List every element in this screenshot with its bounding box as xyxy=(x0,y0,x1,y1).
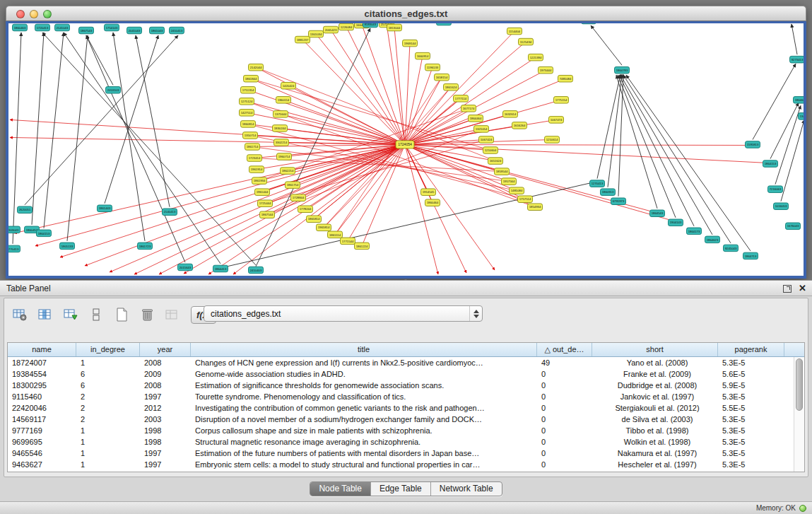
table-row[interactable]: 946362711997Embryonic stem cells: a mode… xyxy=(8,459,794,470)
graph-edge[interactable] xyxy=(597,74,620,178)
graph-node-label: 1016053 xyxy=(775,204,787,208)
graph-node-label: 1860114 xyxy=(278,98,290,102)
show-columns-button[interactable] xyxy=(35,305,54,325)
table-header: namein_degreeyeartitle△ out_de…shortpage… xyxy=(8,343,804,357)
graph-edge[interactable] xyxy=(256,67,495,160)
cell-short: de Silva et al. (2003) xyxy=(592,414,718,425)
column-header-name[interactable]: name xyxy=(8,343,76,356)
graph-edge[interactable] xyxy=(405,57,536,144)
column-header-title[interactable]: title xyxy=(191,343,537,356)
table-toolbar: f(x) xyxy=(10,303,216,326)
graph-edge[interactable] xyxy=(67,35,88,241)
graph-edge[interactable] xyxy=(620,75,712,235)
import-table-button[interactable] xyxy=(163,305,182,325)
column-header-out_degree[interactable]: △ out_de… xyxy=(537,343,592,356)
edit-table-button[interactable] xyxy=(61,305,80,325)
graph-node-label: 1864783 xyxy=(616,69,628,72)
graph-edge[interactable] xyxy=(256,67,405,144)
graph-node-label: 1864623 xyxy=(795,98,804,102)
graph-node-label: 2041043 xyxy=(129,29,141,33)
graph-node-label: 1861723 xyxy=(139,245,151,248)
table-row[interactable]: 1456911722003Disruption of a novel membe… xyxy=(8,414,794,425)
network-canvas[interactable]: 1881237130103420654231226084166409725721… xyxy=(6,21,806,279)
graph-edge[interactable] xyxy=(288,86,405,144)
graph-node[interactable] xyxy=(582,23,596,24)
graph-node-label: 1881237 xyxy=(297,38,309,42)
graph-node-label: 1427514 xyxy=(241,111,253,115)
table-row[interactable]: 1938455462009Genome-wide association stu… xyxy=(8,368,794,380)
table-row[interactable]: 1830029562008Estimation of significance … xyxy=(8,380,794,391)
graph-edge[interactable] xyxy=(405,144,751,145)
graph-edge[interactable] xyxy=(619,75,694,226)
tab-edge-table[interactable]: Edge Table xyxy=(370,482,430,496)
graph-edge[interactable] xyxy=(293,144,405,185)
graph-edge[interactable] xyxy=(618,75,676,218)
graph-edge[interactable] xyxy=(405,144,466,273)
table-row[interactable]: 946554611997Estimation of the future num… xyxy=(8,448,794,459)
graph-edge[interactable] xyxy=(608,74,622,187)
graph-edge[interactable] xyxy=(281,114,405,144)
cell-out_degree: 0 xyxy=(537,425,592,436)
tab-node-table[interactable]: Node Table xyxy=(310,482,370,496)
vertical-scrollbar[interactable] xyxy=(794,357,804,472)
graph-edge[interactable] xyxy=(405,144,438,274)
table-row[interactable]: 969969511998Structural magnetic resonanc… xyxy=(8,436,794,448)
graph-edge[interactable] xyxy=(32,33,44,225)
column-header-year[interactable]: year xyxy=(140,343,191,356)
scrollbar-thumb[interactable] xyxy=(796,358,803,411)
graph-node-label: 1960714 xyxy=(278,155,290,158)
row-options-button[interactable] xyxy=(86,305,105,325)
graph-edge[interactable] xyxy=(753,64,796,139)
graph-edge[interactable] xyxy=(302,40,405,144)
graph-node-label: 1724054 xyxy=(398,142,412,146)
graph-edge[interactable] xyxy=(86,35,113,85)
graph-edge[interactable] xyxy=(626,75,751,251)
table-row[interactable]: 911546021997Tourette syndrome. Phenomeno… xyxy=(8,391,794,402)
table-row[interactable]: 977716911998Corpus callosum shape and si… xyxy=(8,425,794,436)
table-row[interactable]: 1872400712008Changes of HCN gene express… xyxy=(8,357,794,368)
table-row[interactable]: 2242004622012Investigating the contribut… xyxy=(8,402,794,414)
cell-out_degree: 0 xyxy=(537,368,592,380)
graph-edge[interactable] xyxy=(220,182,597,268)
graph-edge[interactable] xyxy=(256,28,370,267)
graph-edge[interactable] xyxy=(105,35,158,204)
graph-edge[interactable] xyxy=(405,77,442,144)
tab-network-table[interactable]: Network Table xyxy=(430,482,502,496)
graph-node-label: 1867544 xyxy=(261,213,273,216)
graph-edge[interactable] xyxy=(25,35,178,205)
close-panel-icon[interactable]: ✕ xyxy=(799,284,806,293)
graph-node-label: 1676043 xyxy=(787,225,799,228)
graph-node-label: 1616264 xyxy=(514,124,526,127)
float-panel-icon[interactable] xyxy=(783,285,792,293)
graph-edge[interactable] xyxy=(335,77,442,235)
graph-node-label: 1813044 xyxy=(389,26,401,30)
graph-node-label: 1861443 xyxy=(99,206,111,210)
graph-edge[interactable] xyxy=(591,25,622,65)
graph-edge[interactable] xyxy=(405,144,495,269)
cell-short: Wolkin et al. (1998) xyxy=(592,436,718,448)
graph-edge[interactable] xyxy=(44,33,64,228)
table-selector-dropdown[interactable]: citations_edges.txt xyxy=(204,305,483,322)
column-header-in_degree[interactable]: in_degree xyxy=(76,343,140,356)
graph-node-label: 5905133 xyxy=(61,245,73,248)
graph-edge[interactable] xyxy=(623,75,731,243)
delete-column-button[interactable] xyxy=(137,305,156,325)
graph-edge[interactable] xyxy=(362,25,405,144)
cell-title: Estimation of significance thresholds fo… xyxy=(191,380,537,391)
graph-edge[interactable] xyxy=(405,31,514,144)
column-header-short[interactable]: short xyxy=(592,343,718,356)
column-header-pagerank[interactable]: pagerank xyxy=(718,343,784,356)
graph-edge[interactable] xyxy=(770,103,799,158)
graph-edge[interactable] xyxy=(618,74,623,196)
graph-edge[interactable] xyxy=(86,35,185,262)
cell-out_degree: 0 xyxy=(537,402,592,414)
graph-node-label: 1757514 xyxy=(519,197,531,201)
create-column-button[interactable] xyxy=(112,305,131,325)
graph-edge[interactable] xyxy=(184,144,405,274)
graph-edge[interactable] xyxy=(405,139,552,144)
graph-edge[interactable] xyxy=(792,24,797,54)
cell-out_degree: 0 xyxy=(537,436,592,448)
graph-edge[interactable] xyxy=(405,78,565,144)
table-settings-button[interactable] xyxy=(10,305,29,325)
window-titlebar[interactable]: citations_edges.txt xyxy=(6,6,806,21)
